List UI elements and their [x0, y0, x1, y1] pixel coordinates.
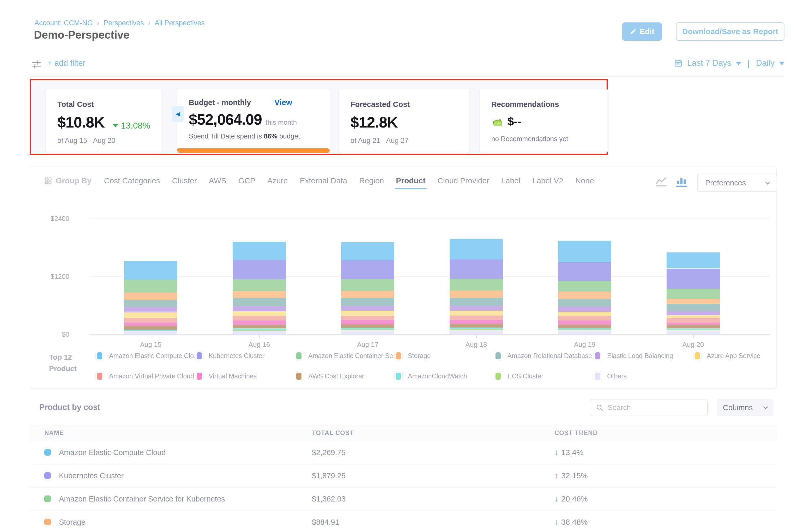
bar-segment[interactable] — [558, 312, 611, 316]
bar-segment[interactable] — [667, 329, 720, 330]
add-filter-button[interactable]: + add filter — [48, 58, 86, 68]
bar-segment[interactable] — [124, 326, 177, 329]
bar-segment[interactable] — [450, 324, 503, 327]
stacked-bar-aug-16[interactable] — [233, 166, 286, 334]
bar-segment[interactable] — [450, 239, 503, 260]
bar-segment[interactable] — [667, 269, 720, 289]
legend-item[interactable]: Amazon Virtual Private Cloud — [97, 373, 194, 380]
bar-segment[interactable] — [450, 306, 503, 310]
bar-segment[interactable] — [233, 328, 286, 330]
bar-segment[interactable] — [233, 330, 286, 331]
bar-segment[interactable] — [558, 330, 611, 334]
bar-segment[interactable] — [341, 260, 394, 279]
bar-segment[interactable] — [450, 327, 503, 329]
granularity-dropdown[interactable]: Daily — [756, 58, 775, 68]
bar-segment[interactable] — [124, 261, 177, 280]
group-by-tab-external-data[interactable]: External Data — [300, 176, 347, 185]
bar-segment[interactable] — [450, 329, 503, 330]
legend-item[interactable]: Azure App Service — [695, 352, 760, 360]
bar-segment[interactable] — [450, 320, 503, 324]
legend-item[interactable]: AmazonCloudWatch — [396, 373, 467, 380]
bar-segment[interactable] — [558, 325, 611, 328]
bar-segment[interactable] — [341, 310, 394, 316]
bar-segment[interactable] — [341, 316, 394, 320]
group-by-tab-aws[interactable]: AWS — [209, 176, 226, 185]
bar-segment[interactable] — [667, 299, 720, 304]
bar-segment[interactable] — [450, 316, 503, 320]
collapse-left-arrow-button[interactable]: ◀ — [172, 106, 184, 122]
bar-segment[interactable] — [558, 328, 611, 329]
chevron-down-icon[interactable] — [736, 62, 741, 65]
bar-segment[interactable] — [124, 312, 177, 318]
bar-segment[interactable] — [341, 329, 394, 330]
bar-segment[interactable] — [450, 260, 503, 279]
bar-segment[interactable] — [667, 315, 720, 318]
bar-segment[interactable] — [667, 252, 720, 268]
legend-item[interactable]: AWS Cost Explorer — [296, 373, 364, 380]
bar-segment[interactable] — [667, 289, 720, 299]
bar-segment[interactable] — [667, 304, 720, 311]
bar-segment[interactable] — [558, 299, 611, 306]
bar-segment[interactable] — [558, 291, 611, 299]
column-header-total-cost[interactable]: TOTAL COST — [312, 429, 354, 437]
bar-segment[interactable] — [558, 316, 611, 321]
search-input[interactable] — [608, 403, 694, 412]
download-save-report-button[interactable]: Download/Save as Report — [676, 22, 784, 41]
bar-segment[interactable] — [233, 331, 286, 334]
line-chart-icon[interactable] — [656, 177, 667, 187]
bar-segment[interactable] — [341, 242, 394, 260]
table-row[interactable]: Amazon Elastic Container Service for Kub… — [30, 488, 777, 511]
bar-segment[interactable] — [233, 298, 286, 306]
legend-item[interactable]: Storage — [396, 352, 431, 360]
bar-segment[interactable] — [341, 306, 394, 310]
bar-segment[interactable] — [667, 328, 720, 329]
bar-segment[interactable] — [341, 279, 394, 290]
bar-segment[interactable] — [124, 330, 177, 331]
filter-sliders-icon[interactable] — [31, 59, 42, 71]
stacked-bar-aug-19[interactable] — [558, 166, 611, 334]
bar-segment[interactable] — [667, 325, 720, 328]
bar-segment[interactable] — [124, 300, 177, 307]
group-by-tab-label[interactable]: Label — [501, 176, 520, 185]
stacked-bar-aug-15[interactable] — [124, 166, 177, 334]
bar-segment[interactable] — [233, 316, 286, 321]
legend-item[interactable]: Virtual Machines — [197, 373, 256, 380]
bar-segment[interactable] — [233, 260, 286, 279]
breadcrumb-item[interactable]: Perspectives — [103, 19, 144, 27]
bar-segment[interactable] — [558, 321, 611, 325]
bar-segment[interactable] — [233, 242, 286, 260]
legend-item[interactable]: Others — [595, 373, 627, 380]
bar-segment[interactable] — [341, 330, 394, 334]
group-by-tab-product[interactable]: Product — [396, 176, 425, 185]
budget-view-link[interactable]: View — [274, 98, 292, 107]
legend-item[interactable]: ECS Cluster — [495, 373, 544, 380]
bar-segment[interactable] — [667, 323, 720, 325]
bar-segment[interactable] — [450, 279, 503, 290]
breadcrumb-item[interactable]: All Perspectives — [155, 19, 205, 27]
bar-segment[interactable] — [558, 262, 611, 281]
bar-segment[interactable] — [124, 292, 177, 300]
stacked-bar-aug-17[interactable] — [341, 166, 394, 334]
table-row[interactable]: Storage$884.91↓38.48% — [30, 511, 777, 532]
date-range-dropdown[interactable]: Last 7 Days — [687, 58, 731, 68]
bar-segment[interactable] — [558, 329, 611, 330]
bar-segment[interactable] — [450, 310, 503, 316]
bar-segment[interactable] — [450, 290, 503, 298]
legend-item[interactable]: Amazon Elastic Compute Clo... — [97, 352, 199, 360]
breadcrumb-item[interactable]: Account: CCM-NG — [34, 19, 93, 27]
column-header-cost-trend[interactable]: COST TREND — [554, 429, 598, 437]
bar-segment[interactable] — [341, 298, 394, 306]
breadcrumb[interactable]: Account: CCM-NG›Perspectives›All Perspec… — [34, 19, 205, 27]
legend-item[interactable]: Kubernetes Cluster — [197, 352, 264, 360]
bar-segment[interactable] — [558, 241, 611, 262]
bar-segment[interactable] — [233, 291, 286, 298]
bar-segment[interactable] — [450, 298, 503, 306]
stacked-bar-aug-18[interactable] — [450, 166, 503, 334]
bar-segment[interactable] — [558, 306, 611, 312]
bar-segment[interactable] — [233, 279, 286, 291]
bar-segment[interactable] — [124, 307, 177, 312]
bar-segment[interactable] — [667, 330, 720, 334]
search-box[interactable] — [590, 399, 708, 416]
bar-segment[interactable] — [233, 311, 286, 317]
bar-segment[interactable] — [450, 330, 503, 334]
